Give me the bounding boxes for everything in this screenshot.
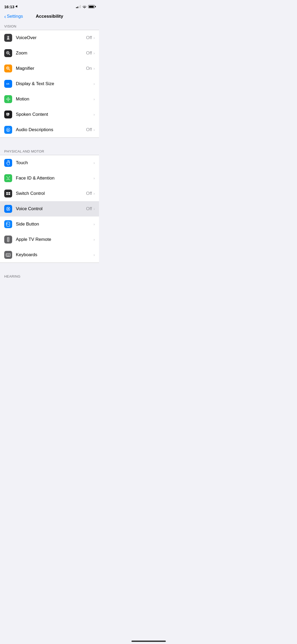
- svg-rect-33: [8, 194, 10, 195]
- motion-label: Motion: [16, 96, 92, 102]
- chevron-icon: ›: [93, 36, 95, 40]
- svg-rect-48: [9, 254, 10, 255]
- zoom-value: Off: [86, 50, 92, 56]
- chevron-icon: ›: [93, 82, 95, 86]
- settings-item-keyboards[interactable]: Keyboards ›: [0, 247, 99, 263]
- group-spacer: [0, 138, 99, 147]
- settings-item-zoom[interactable]: Zoom Off ›: [0, 45, 99, 61]
- audio-icon: AD: [4, 126, 12, 134]
- section-header-hearing: HEARING: [0, 272, 99, 280]
- section-header-vision: VISION: [0, 22, 99, 30]
- svg-rect-26: [6, 180, 7, 180]
- faceid-icon: [4, 174, 12, 182]
- svg-point-10: [7, 67, 8, 68]
- chevron-icon: ›: [93, 51, 95, 55]
- status-time: 16:13: [4, 4, 18, 9]
- zoom-label: Zoom: [16, 50, 86, 56]
- bottom-spacer: [0, 263, 99, 272]
- svg-point-29: [8, 177, 9, 178]
- back-chevron-icon: ‹: [4, 14, 6, 19]
- svg-rect-39: [7, 237, 9, 242]
- svg-rect-24: [6, 176, 7, 177]
- chevron-icon: ›: [93, 161, 95, 165]
- svg-rect-47: [8, 254, 9, 255]
- faceid-label: Face ID & Attention: [16, 176, 92, 181]
- chevron-icon: ›: [93, 176, 95, 180]
- magnifier-icon: [4, 65, 12, 72]
- svg-point-13: [8, 99, 8, 99]
- svg-point-16: [6, 99, 7, 100]
- settings-item-display[interactable]: AA Display & Text Size ›: [0, 76, 99, 91]
- status-icons: [76, 5, 95, 8]
- settings-item-magnifier[interactable]: Magnifier On ›: [0, 61, 99, 76]
- voicectrl-value: Off: [86, 206, 92, 211]
- svg-line-7: [9, 69, 10, 70]
- chevron-icon: ›: [93, 66, 95, 71]
- svg-text:AD: AD: [7, 130, 9, 132]
- vision-group: VoiceOver Off › Zoom Off ›: [0, 30, 99, 138]
- side-label: Side Button: [16, 222, 92, 227]
- settings-item-side[interactable]: Side Button ›: [0, 217, 99, 232]
- svg-rect-19: [7, 114, 7, 114]
- settings-item-spoken[interactable]: Spoken Content ›: [0, 107, 99, 122]
- svg-point-28: [7, 177, 8, 178]
- audio-label: Audio Descriptions: [16, 127, 86, 132]
- svg-rect-46: [7, 254, 8, 255]
- svg-rect-21: [8, 114, 9, 114]
- zoom-icon: [4, 49, 12, 57]
- back-button[interactable]: ‹ Settings: [4, 14, 23, 19]
- svg-rect-32: [6, 194, 8, 195]
- svg-line-3: [9, 54, 10, 55]
- section-header-physical: PHYSICAL AND MOTOR: [0, 147, 99, 155]
- keyboard-icon: [4, 251, 12, 259]
- svg-rect-49: [6, 255, 7, 256]
- magnifier-value: On: [86, 66, 92, 71]
- svg-rect-20: [8, 114, 8, 114]
- keyboards-label: Keyboards: [16, 252, 92, 257]
- voiceover-value: Off: [86, 35, 92, 40]
- location-icon: [15, 5, 18, 8]
- settings-item-voiceover[interactable]: VoiceOver Off ›: [0, 30, 99, 45]
- nav-bar: ‹ Settings Accessibility: [0, 12, 99, 22]
- display-label: Display & Text Size: [16, 81, 92, 86]
- touch-icon: [4, 159, 12, 167]
- settings-item-switch[interactable]: Switch Control Off ›: [0, 186, 99, 201]
- spoken-icon: [4, 111, 12, 118]
- svg-point-17: [10, 99, 10, 100]
- settings-item-audio[interactable]: AD Audio Descriptions Off ›: [0, 122, 99, 137]
- svg-point-40: [8, 238, 8, 239]
- switch-label: Switch Control: [16, 191, 86, 196]
- page-title: Accessibility: [36, 14, 63, 19]
- chevron-icon: ›: [93, 207, 95, 211]
- settings-item-voicectrl[interactable]: Voice Control Off ›: [0, 201, 99, 217]
- appletv-icon: [4, 236, 12, 243]
- settings-item-appletv[interactable]: Apple TV Remote ›: [0, 232, 99, 247]
- side-icon: [4, 220, 12, 228]
- chevron-icon: ›: [93, 222, 95, 226]
- voiceover-icon: [4, 34, 12, 42]
- wifi-icon: [82, 5, 87, 8]
- svg-rect-31: [8, 192, 10, 193]
- svg-rect-52: [9, 255, 10, 256]
- svg-rect-45: [6, 254, 7, 255]
- voiceover-label: VoiceOver: [16, 35, 86, 40]
- physical-motor-group: Touch › Face ID & Attention ›: [0, 155, 99, 263]
- settings-item-motion[interactable]: Motion ›: [0, 91, 99, 107]
- svg-rect-50: [7, 255, 8, 256]
- settings-item-faceid[interactable]: Face ID & Attention ›: [0, 171, 99, 186]
- touch-label: Touch: [16, 160, 92, 165]
- svg-text:AA: AA: [6, 82, 10, 85]
- svg-point-35: [8, 208, 9, 210]
- svg-point-0: [8, 36, 9, 38]
- svg-rect-25: [9, 176, 10, 177]
- status-bar: 16:13: [0, 0, 99, 12]
- svg-point-14: [8, 97, 9, 98]
- motion-icon: [4, 95, 12, 103]
- chevron-icon: ›: [93, 112, 95, 117]
- magnifier-label: Magnifier: [16, 66, 86, 71]
- svg-rect-53: [7, 256, 10, 256]
- switch-value: Off: [86, 191, 92, 196]
- svg-rect-27: [9, 180, 10, 180]
- svg-point-15: [8, 100, 9, 101]
- settings-item-touch[interactable]: Touch ›: [0, 155, 99, 171]
